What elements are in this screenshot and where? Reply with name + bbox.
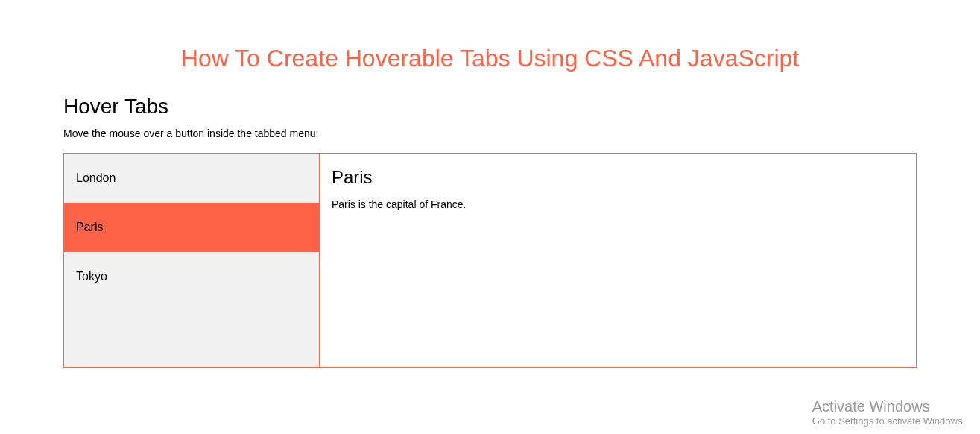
- windows-watermark: Activate Windows Go to Settings to activ…: [812, 398, 965, 427]
- instruction-text: Move the mouse over a button inside the …: [63, 128, 917, 139]
- tab-paris[interactable]: Paris: [64, 203, 319, 252]
- tab-tokyo[interactable]: Tokyo: [64, 252, 319, 301]
- content-title: Paris: [332, 167, 904, 188]
- tabs-container: London Paris Tokyo Paris Paris is the ca…: [63, 153, 917, 368]
- watermark-title: Activate Windows: [812, 398, 965, 415]
- tab-london[interactable]: London: [64, 154, 319, 203]
- tab-menu: London Paris Tokyo: [64, 154, 320, 367]
- tab-content-panel: Paris Paris is the capital of France.: [320, 154, 916, 367]
- content-text: Paris is the capital of France.: [332, 198, 904, 210]
- page-title: How To Create Hoverable Tabs Using CSS A…: [63, 45, 917, 72]
- watermark-subtitle: Go to Settings to activate Windows.: [812, 415, 965, 427]
- section-heading: Hover Tabs: [63, 95, 917, 119]
